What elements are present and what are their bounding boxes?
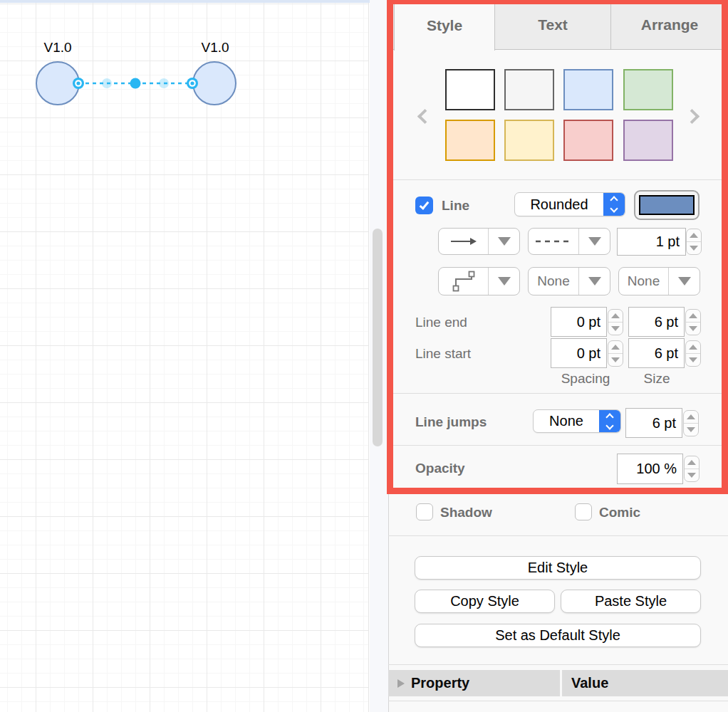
section-divider xyxy=(388,535,728,536)
paste-style-button[interactable]: Paste Style xyxy=(561,590,701,613)
line-end-spacing-stepper[interactable] xyxy=(608,309,623,335)
edge-waypoint-handle[interactable] xyxy=(102,78,112,88)
stepper-down-icon[interactable] xyxy=(686,322,700,335)
opacity-stepper[interactable] xyxy=(684,456,700,482)
canvas-scrollbar-thumb[interactable] xyxy=(373,229,383,446)
dropdown-arrow-icon[interactable] xyxy=(488,229,519,254)
stepper-up-icon[interactable] xyxy=(608,310,623,322)
line-corner-style-select[interactable]: Rounded xyxy=(514,192,625,216)
dropdown-arrow-icon[interactable] xyxy=(578,268,610,295)
line-start-spacing-input[interactable]: 0 pt xyxy=(551,338,607,368)
line-jumps-size-stepper[interactable] xyxy=(683,410,699,436)
style-preset-swatch[interactable] xyxy=(445,69,495,110)
tab-arrange[interactable]: Arrange xyxy=(611,0,728,50)
section-divider xyxy=(388,179,728,180)
disclosure-triangle-icon[interactable] xyxy=(397,679,405,688)
line-color-button[interactable] xyxy=(634,190,700,220)
line-start-arrow-value: None xyxy=(529,268,578,295)
value-column-header[interactable]: Value xyxy=(562,670,728,696)
line-jumps-label: Line jumps xyxy=(415,414,487,430)
waypoints-icon xyxy=(439,268,488,295)
stepper-down-icon[interactable] xyxy=(608,353,623,366)
stepper-down-icon[interactable] xyxy=(687,241,701,254)
line-jumps-select[interactable]: None xyxy=(533,409,621,433)
comic-checkbox[interactable] xyxy=(575,503,592,520)
line-jumps-value: None xyxy=(534,410,599,432)
connection-arrow-button[interactable] xyxy=(438,228,520,255)
section-divider xyxy=(388,664,728,665)
line-end-size-input[interactable]: 6 pt xyxy=(628,307,685,337)
dropdown-arrow-icon[interactable] xyxy=(668,268,700,295)
spacing-label: Spacing xyxy=(543,371,628,387)
style-preset-swatch[interactable] xyxy=(623,69,673,110)
selected-edge[interactable] xyxy=(0,3,285,145)
shadow-label: Shadow xyxy=(440,505,492,520)
copy-style-button[interactable]: Copy Style xyxy=(415,590,555,613)
dropdown-arrow-icon[interactable] xyxy=(578,229,610,254)
select-chevrons-icon xyxy=(603,193,625,216)
edge-midpoint-handle[interactable] xyxy=(130,78,141,89)
line-start-label: Line start xyxy=(415,346,471,362)
set-default-style-button[interactable]: Set as Default Style xyxy=(415,624,701,647)
line-checkbox[interactable] xyxy=(415,197,433,214)
style-preset-swatch[interactable] xyxy=(623,120,673,161)
opacity-label: Opacity xyxy=(415,461,465,476)
line-width-input[interactable]: 1 pt xyxy=(617,228,686,256)
stepper-up-icon[interactable] xyxy=(684,411,698,423)
style-preset-swatch[interactable] xyxy=(504,120,554,161)
edge-source-endpoint[interactable] xyxy=(73,78,84,89)
line-end-label: Line end xyxy=(415,315,467,330)
line-start-spacing-stepper[interactable] xyxy=(608,340,623,367)
style-preset-swatch[interactable] xyxy=(563,69,613,110)
stepper-down-icon[interactable] xyxy=(686,353,700,366)
value-header-text: Value xyxy=(571,675,608,691)
edge-target-endpoint[interactable] xyxy=(187,78,198,89)
style-preset-swatch[interactable] xyxy=(563,120,613,161)
select-chevrons-icon xyxy=(599,410,620,432)
stepper-up-icon[interactable] xyxy=(687,229,701,241)
stepper-down-icon[interactable] xyxy=(684,423,698,436)
tab-style[interactable]: Style xyxy=(394,0,495,51)
line-dash-style-button[interactable] xyxy=(528,228,610,255)
comic-label: Comic xyxy=(599,505,640,520)
style-preset-swatch[interactable] xyxy=(504,69,554,110)
tab-text[interactable]: Text xyxy=(495,0,611,50)
opacity-input[interactable]: 100 % xyxy=(617,454,683,484)
line-start-size-input[interactable]: 6 pt xyxy=(628,338,685,368)
stepper-up-icon[interactable] xyxy=(686,310,700,322)
edge-waypoint-handle[interactable] xyxy=(159,78,169,88)
stepper-up-icon[interactable] xyxy=(608,341,623,353)
line-end-size-stepper[interactable] xyxy=(685,309,701,335)
edit-style-button[interactable]: Edit Style xyxy=(415,556,701,580)
style-preset-swatch[interactable] xyxy=(445,120,495,161)
stepper-up-icon[interactable] xyxy=(685,456,699,468)
section-divider xyxy=(388,445,728,446)
format-tab-bar: Style Text Arrange xyxy=(388,0,728,50)
line-label: Line xyxy=(442,198,469,214)
line-width-stepper[interactable] xyxy=(686,229,702,255)
section-divider xyxy=(388,393,728,394)
line-jumps-size-input[interactable]: 6 pt xyxy=(625,408,682,438)
size-label: Size xyxy=(621,371,692,387)
stepper-up-icon[interactable] xyxy=(686,341,700,353)
drawing-canvas[interactable]: V1.0 V1.0 xyxy=(0,3,369,712)
property-column-header[interactable]: Property xyxy=(388,670,560,696)
line-end-spacing-input[interactable]: 0 pt xyxy=(551,307,607,337)
line-corner-style-value: Rounded xyxy=(515,193,603,216)
line-end-arrow-value: None xyxy=(619,268,668,295)
line-color-swatch xyxy=(639,195,695,215)
dashed-line-icon xyxy=(529,229,578,254)
line-start-arrow-dropdown[interactable]: None xyxy=(528,267,610,295)
line-end-arrow-dropdown[interactable]: None xyxy=(618,267,700,295)
dropdown-arrow-icon[interactable] xyxy=(488,268,519,295)
app-window: V1.0 V1.0 Style Text Arrange xyxy=(0,0,728,712)
property-header-text: Property xyxy=(411,675,469,691)
checkmark-icon xyxy=(420,199,430,209)
waypoints-style-button[interactable] xyxy=(438,267,520,295)
arrow-icon xyxy=(439,229,488,254)
stepper-down-icon[interactable] xyxy=(608,322,623,335)
shadow-checkbox[interactable] xyxy=(416,503,433,520)
stepper-down-icon[interactable] xyxy=(685,468,699,481)
line-start-size-stepper[interactable] xyxy=(685,340,701,367)
section-divider xyxy=(388,701,728,701)
